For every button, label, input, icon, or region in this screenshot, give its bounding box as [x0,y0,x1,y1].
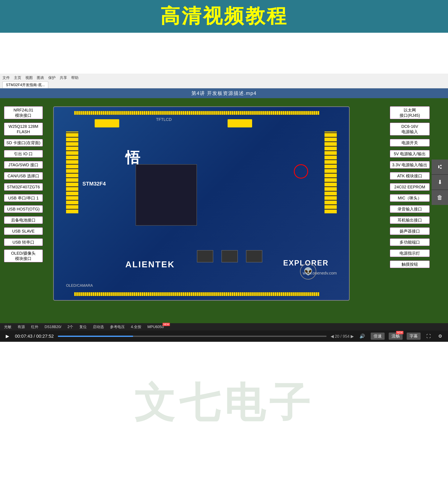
time-current: 00:07:43 [15,333,32,339]
label-usb-convert: USB 转串口 [4,239,43,246]
video-content: 悟 STM32F4 ALIENTEK EXPLORER www.openedv.… [0,98,448,323]
menu-home[interactable]: 主页 [14,75,21,80]
label-usb-host: USB HOST(OTG) [4,205,43,213]
menu-share[interactable]: 共享 [60,75,67,80]
label-power-switch: 电源开关 [390,139,429,146]
label-headphone: 耳机输出接口 [390,216,429,224]
pcb-pin-header-top [74,111,320,115]
annotation-cankao: 参考电压 [110,324,125,329]
pcb-button1 [197,250,213,262]
subtitle-button[interactable]: 字幕 [407,333,421,340]
header-title: 高清视频教程 [160,3,288,30]
annotation-youyuan: 有源 [18,324,25,329]
label-3v3: 3.3V 电源输入/输出 [390,161,429,169]
browser-chrome: 文件 主页 视图 图表 保护 共享 帮助 STM32F4开发指南-底... [0,74,448,88]
time-display: 00:07:43 / 00:27:52 [15,333,54,339]
annotation-2ge: 2个 [68,324,73,329]
left-labels-container: NRF24L01模块接口 W25Q128 128MFLASH SD 卡接口(在背… [4,106,43,266]
pcb-brand: ALIENTEK [125,259,175,269]
header: 高清视频教程 [0,0,448,33]
pcb-comp-yellow2 [228,119,252,127]
settings-button[interactable]: ⚙ [436,333,444,340]
label-io: 引出 IO 口 [4,150,43,157]
watermark-area: 文七电子 [0,342,448,465]
pcb-red-circle [294,164,308,179]
label-usb-slave: USB SLAVE [4,227,43,235]
label-atk: ATK 模块接口 [390,172,429,180]
pcb-oled: OLED/CAMARA [66,283,93,288]
pcb-alien-logo: 👽 [300,263,316,280]
annotation-hongwai: 红外 [31,324,38,329]
label-5v: 5V 电源输入/输出 [390,150,429,157]
video-controls: ▶ 00:07:43 / 00:27:52 ◀ 20 / 954 ▶ 🔊 倍速 … [0,331,448,342]
menu-view[interactable]: 视图 [25,75,33,80]
menu-protect[interactable]: 保护 [48,75,56,80]
annotation-bar: 光敏 有源 红外 DS18B20/ 2个 复位 启动选 参考电压 4.全按 MP… [0,323,448,331]
speed-button[interactable]: 倍速 [371,333,385,340]
gap-area [0,33,448,74]
video-wrapper: 文件 主页 视图 图表 保护 共享 帮助 STM32F4开发指南-底... 第4… [0,74,448,342]
label-can-usb: CAN/USB 选择口 [4,172,43,180]
label-sd-card: SD 卡接口(在背面) [4,139,43,146]
liu-new-badge: NEW [396,331,404,334]
annotation-qidong: 启动选 [93,324,104,329]
pcb-model-label: STM32F4 [82,181,106,187]
pcb-button3 [246,250,262,262]
pcb-tftlcd: TFTLCD [156,117,172,122]
time-total: 00:27:52 [36,333,54,339]
label-usb-serial: USB 串口/串口 1 [4,194,43,202]
pcb-left-connector [66,132,78,213]
browser-menubar: 文件 主页 视图 图表 保护 共享 帮助 [2,75,446,80]
delete-icon[interactable]: 🗑 [432,190,448,205]
label-nrf24l01: NRF24L01模块接口 [4,106,43,119]
play-button[interactable]: ▶ [4,333,11,340]
right-labels-container: 以太网接口(RJ45) DC6-16V电源输入 电源开关 5V 电源输入/输出 … [390,106,429,272]
browser-tab[interactable]: STM32F4开发指南-底... [2,82,48,88]
label-audio-in: 录音输入接口 [390,205,429,213]
menu-chart[interactable]: 图表 [37,75,44,80]
label-touch: 触摸按钮 [390,261,429,268]
annotation-ds18b20: DS18B20/ [44,325,61,329]
pcb-button2 [221,250,238,262]
volume-button[interactable]: 🔊 [358,333,367,340]
annotation-4an: 4.全按 [131,324,141,329]
pcb-right-connector [324,132,337,213]
label-power-led: 电源指示灯 [390,250,429,257]
browser-tab-bar: STM32F4开发指南-底... [2,82,446,88]
label-w25q128: W25Q128 128MFLASH [4,123,43,135]
fullscreen-button[interactable]: ⛶ [425,333,432,340]
position-indicator: ◀ 20 / 954 ▶ [331,334,354,339]
annotation-guangmin: 光敏 [4,324,12,329]
share-icon[interactable]: ⑆ [432,160,448,174]
label-dc-power: DC6-16V电源输入 [390,123,429,135]
video-title: 第4讲 开发板资源描述.mp4 [191,90,257,96]
progress-bar[interactable] [58,336,327,337]
label-mic: MIC（咪头） [390,194,429,202]
label-speaker: 扬声器接口 [390,227,429,235]
menu-help[interactable]: 帮助 [71,75,79,80]
download-icon[interactable]: ⬇ [432,175,448,190]
pcb-wu-char: 悟 [125,148,140,168]
annotation-mpu6050: MPU6050 NEW [147,325,164,329]
pcb-main-chip [136,164,197,226]
label-ethernet: 以太网接口(RJ45) [390,106,429,119]
watermark-text: 文七电子 [134,376,314,431]
pcb-comp-yellow1 [95,119,119,127]
pcb-board: 悟 STM32F4 ALIENTEK EXPLORER www.openedv.… [53,106,350,301]
progress-fill [58,336,133,337]
sidebar-icons-container: ⑆ ⬇ 🗑 [432,160,448,205]
menu-file[interactable]: 文件 [2,75,10,80]
label-backup-battery: 后备电池接口 [4,216,43,224]
label-multifunction: 多功能端口 [390,239,429,246]
annotation-fuwei: 复位 [79,324,87,329]
label-eeprom: 24C02 EEPROM [390,183,429,191]
label-oled-cam: OLED/摄像头模块接口 [4,250,43,262]
label-stm32: STM32F407ZGT6 [4,183,43,191]
pcb-pin-header-bottom [74,292,320,296]
video-title-bar: 第4讲 开发板资源描述.mp4 [0,88,448,98]
liu-button[interactable]: 流畅 NEW [389,333,403,340]
label-jtag: JTAG/SWD 接口 [4,161,43,169]
